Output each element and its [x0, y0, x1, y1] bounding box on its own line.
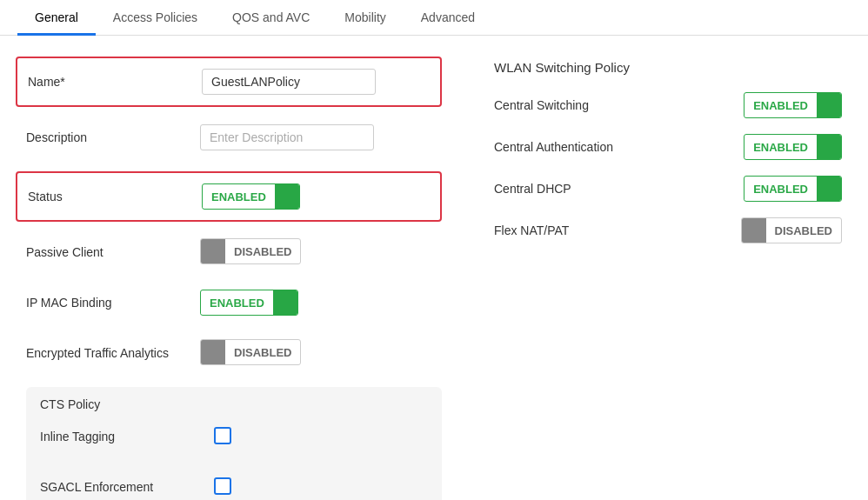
- passive-client-control: DISABLED: [200, 238, 442, 266]
- wlan-section-title: WLAN Switching Policy: [494, 60, 842, 75]
- central-auth-row: Central Authentication ENABLED: [494, 134, 842, 160]
- central-auth-toggle[interactable]: ENABLED: [744, 134, 842, 160]
- name-row-highlight: Name*: [16, 57, 442, 107]
- passive-client-label: Passive Client: [26, 245, 200, 259]
- cts-policy-section: CTS Policy Inline Tagging SGACL Enforcem…: [26, 387, 442, 500]
- status-label: Status: [28, 190, 202, 203]
- status-control: ENABLED: [202, 183, 430, 210]
- passive-client-toggle-label: DISABLED: [225, 241, 300, 263]
- eta-toggle-square: [201, 340, 225, 364]
- central-dhcp-toggle[interactable]: ENABLED: [744, 176, 842, 202]
- passive-client-row: Passive Client DISABLED: [26, 236, 442, 269]
- flex-nat-label: Flex NAT/PAT: [494, 223, 569, 237]
- central-switching-row: Central Switching ENABLED: [494, 92, 842, 118]
- ip-mac-toggle[interactable]: ENABLED: [200, 290, 298, 316]
- eta-row: Encrypted Traffic Analytics DISABLED: [26, 337, 442, 370]
- inline-tagging-checkbox[interactable]: [214, 427, 231, 444]
- inline-tagging-label: Inline Tagging: [40, 430, 214, 443]
- ip-mac-label: IP MAC Binding: [26, 296, 200, 310]
- name-row: Name*: [28, 65, 430, 98]
- ip-mac-toggle-label: ENABLED: [201, 292, 273, 314]
- inline-tagging-control: [214, 427, 428, 447]
- eta-toggle-label: DISABLED: [225, 342, 300, 363]
- sgacl-row: SGACL Enforcement: [40, 470, 428, 500]
- main-content: Name* Description Status ENABLED: [0, 36, 868, 500]
- name-control: [202, 69, 430, 95]
- sgacl-checkbox[interactable]: [214, 477, 231, 495]
- status-toggle-square: [275, 184, 299, 209]
- status-row-highlight: Status ENABLED: [16, 171, 442, 222]
- central-auth-toggle-label: ENABLED: [744, 137, 817, 158]
- ip-mac-toggle-square: [273, 290, 297, 315]
- central-switching-toggle-square: [817, 93, 841, 117]
- name-label: Name*: [28, 75, 202, 89]
- passive-client-toggle[interactable]: DISABLED: [200, 238, 301, 264]
- tab-access-policies[interactable]: Access Policies: [96, 0, 215, 36]
- description-control: [200, 124, 442, 150]
- ip-mac-control: ENABLED: [200, 290, 442, 316]
- status-row: Status ENABLED: [28, 180, 430, 213]
- flex-nat-row: Flex NAT/PAT DISABLED: [494, 217, 842, 243]
- tab-general[interactable]: General: [17, 0, 96, 36]
- eta-toggle[interactable]: DISABLED: [200, 339, 301, 365]
- tab-advanced[interactable]: Advanced: [404, 0, 492, 36]
- left-panel: Name* Description Status ENABLED: [26, 57, 442, 500]
- central-auth-label: Central Authentication: [494, 140, 613, 154]
- central-switching-toggle[interactable]: ENABLED: [744, 92, 842, 118]
- central-switching-label: Central Switching: [494, 98, 589, 112]
- right-panel: WLAN Switching Policy Central Switching …: [494, 57, 842, 500]
- flex-nat-toggle-square: [742, 218, 766, 243]
- ip-mac-row: IP MAC Binding ENABLED: [26, 286, 442, 319]
- inline-tagging-row: Inline Tagging: [40, 420, 428, 453]
- cts-section-title: CTS Policy: [40, 397, 428, 411]
- flex-nat-toggle[interactable]: DISABLED: [741, 217, 842, 243]
- eta-control: DISABLED: [200, 339, 442, 367]
- tab-bar: General Access Policies QOS and AVC Mobi…: [0, 0, 868, 36]
- passive-client-toggle-square: [201, 239, 225, 263]
- central-dhcp-label: Central DHCP: [494, 182, 571, 196]
- eta-label: Encrypted Traffic Analytics: [26, 346, 200, 360]
- central-dhcp-toggle-square: [817, 177, 841, 201]
- name-input[interactable]: [202, 69, 376, 95]
- status-toggle-label: ENABLED: [203, 186, 275, 208]
- description-input[interactable]: [200, 124, 374, 150]
- tab-mobility[interactable]: Mobility: [327, 0, 403, 36]
- flex-nat-toggle-label: DISABLED: [766, 220, 841, 242]
- tab-qos-avc[interactable]: QOS and AVC: [215, 0, 327, 36]
- central-switching-toggle-label: ENABLED: [744, 95, 817, 117]
- status-toggle[interactable]: ENABLED: [202, 183, 300, 210]
- central-dhcp-toggle-label: ENABLED: [744, 178, 817, 200]
- description-label: Description: [26, 130, 200, 144]
- central-dhcp-row: Central DHCP ENABLED: [494, 176, 842, 202]
- description-row: Description: [26, 121, 442, 154]
- sgacl-label: SGACL Enforcement: [40, 480, 214, 494]
- central-auth-toggle-square: [817, 135, 841, 159]
- sgacl-control: [214, 477, 428, 497]
